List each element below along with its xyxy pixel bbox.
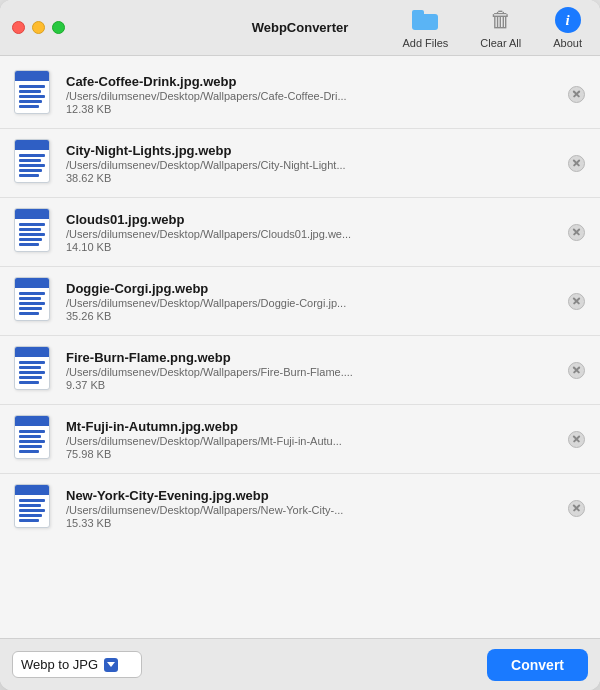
clear-all-icon: 🗑 <box>487 6 515 34</box>
file-size: 75.98 KB <box>66 448 554 460</box>
file-size: 14.10 KB <box>66 241 554 253</box>
remove-button[interactable] <box>566 222 586 242</box>
file-path: /Users/dilumsenev/Desktop/Wallpapers/Caf… <box>66 90 554 102</box>
file-name: City-Night-Lights.jpg.webp <box>66 143 554 158</box>
file-size: 35.26 KB <box>66 310 554 322</box>
minimize-button[interactable] <box>32 21 45 34</box>
remove-button[interactable] <box>566 291 586 311</box>
remove-icon <box>568 155 585 172</box>
file-name: Clouds01.jpg.webp <box>66 212 554 227</box>
file-info: Doggie-Corgi.jpg.webp /Users/dilumsenev/… <box>66 281 554 322</box>
file-path: /Users/dilumsenev/Desktop/Wallpapers/Dog… <box>66 297 554 309</box>
file-size: 15.33 KB <box>66 517 554 529</box>
about-label: About <box>553 37 582 49</box>
clear-all-button[interactable]: 🗑 Clear All <box>474 2 527 53</box>
file-icon <box>14 70 54 118</box>
clear-all-label: Clear All <box>480 37 521 49</box>
remove-button[interactable] <box>566 429 586 449</box>
add-files-button[interactable]: Add Files <box>396 2 454 53</box>
file-info: Fire-Burn-Flame.png.webp /Users/dilumsen… <box>66 350 554 391</box>
list-item: Cafe-Coffee-Drink.jpg.webp /Users/dilums… <box>0 60 600 129</box>
file-icon <box>14 346 54 394</box>
file-path: /Users/dilumsenev/Desktop/Wallpapers/Cit… <box>66 159 554 171</box>
file-size: 38.62 KB <box>66 172 554 184</box>
file-name: Doggie-Corgi.jpg.webp <box>66 281 554 296</box>
file-name: Fire-Burn-Flame.png.webp <box>66 350 554 365</box>
about-icon: i <box>554 6 582 34</box>
list-item: Mt-Fuji-in-Autumn.jpg.webp /Users/dilums… <box>0 405 600 474</box>
trash-icon: 🗑 <box>490 7 512 33</box>
app-window: WebpConverter Add Files 🗑 Clear All i Ab… <box>0 0 600 690</box>
remove-icon <box>568 431 585 448</box>
file-name: Cafe-Coffee-Drink.jpg.webp <box>66 74 554 89</box>
remove-button[interactable] <box>566 153 586 173</box>
file-info: Mt-Fuji-in-Autumn.jpg.webp /Users/dilums… <box>66 419 554 460</box>
file-size: 12.38 KB <box>66 103 554 115</box>
format-select[interactable]: Webp to JPG <box>12 651 142 678</box>
format-label: Webp to JPG <box>21 657 98 672</box>
close-button[interactable] <box>12 21 25 34</box>
file-size: 9.37 KB <box>66 379 554 391</box>
convert-button[interactable]: Convert <box>487 649 588 681</box>
remove-icon <box>568 362 585 379</box>
file-info: New-York-City-Evening.jpg.webp /Users/di… <box>66 488 554 529</box>
list-item: Clouds01.jpg.webp /Users/dilumsenev/Desk… <box>0 198 600 267</box>
add-files-icon <box>411 6 439 34</box>
remove-icon <box>568 86 585 103</box>
list-item: City-Night-Lights.jpg.webp /Users/dilums… <box>0 129 600 198</box>
file-path: /Users/dilumsenev/Desktop/Wallpapers/Fir… <box>66 366 554 378</box>
remove-icon <box>568 293 585 310</box>
list-item: New-York-City-Evening.jpg.webp /Users/di… <box>0 474 600 542</box>
chevron-down-icon <box>104 658 118 672</box>
add-files-label: Add Files <box>402 37 448 49</box>
file-path: /Users/dilumsenev/Desktop/Wallpapers/New… <box>66 504 554 516</box>
file-path: /Users/dilumsenev/Desktop/Wallpapers/Clo… <box>66 228 554 240</box>
list-item: Fire-Burn-Flame.png.webp /Users/dilumsen… <box>0 336 600 405</box>
file-icon <box>14 139 54 187</box>
file-name: New-York-City-Evening.jpg.webp <box>66 488 554 503</box>
remove-button[interactable] <box>566 498 586 518</box>
file-path: /Users/dilumsenev/Desktop/Wallpapers/Mt-… <box>66 435 554 447</box>
file-name: Mt-Fuji-in-Autumn.jpg.webp <box>66 419 554 434</box>
file-icon <box>14 484 54 532</box>
list-item: Doggie-Corgi.jpg.webp /Users/dilumsenev/… <box>0 267 600 336</box>
info-icon: i <box>555 7 581 33</box>
file-info: Cafe-Coffee-Drink.jpg.webp /Users/dilums… <box>66 74 554 115</box>
toolbar: Add Files 🗑 Clear All i About <box>396 2 588 53</box>
remove-button[interactable] <box>566 84 586 104</box>
maximize-button[interactable] <box>52 21 65 34</box>
file-icon <box>14 277 54 325</box>
remove-button[interactable] <box>566 360 586 380</box>
folder-icon <box>412 10 438 30</box>
file-list: Cafe-Coffee-Drink.jpg.webp /Users/dilums… <box>0 56 600 638</box>
file-info: City-Night-Lights.jpg.webp /Users/dilums… <box>66 143 554 184</box>
file-icon <box>14 415 54 463</box>
traffic-lights <box>12 21 65 34</box>
remove-icon <box>568 500 585 517</box>
about-button[interactable]: i About <box>547 2 588 53</box>
bottombar: Webp to JPG Convert <box>0 638 600 690</box>
file-info: Clouds01.jpg.webp /Users/dilumsenev/Desk… <box>66 212 554 253</box>
file-icon <box>14 208 54 256</box>
app-title: WebpConverter <box>252 20 349 35</box>
remove-icon <box>568 224 585 241</box>
titlebar: WebpConverter Add Files 🗑 Clear All i Ab… <box>0 0 600 56</box>
